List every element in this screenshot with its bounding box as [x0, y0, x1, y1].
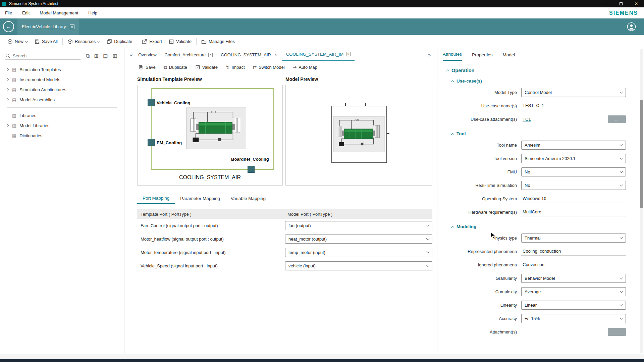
granularity-select[interactable]: Behavior Model [521, 274, 626, 283]
use-case-attachment-browse-button[interactable]: ... [608, 115, 626, 123]
section-tool[interactable]: Tool [451, 131, 644, 136]
duplicate-button[interactable]: Duplicate [103, 37, 136, 46]
menu-edit[interactable]: Edit [17, 7, 35, 18]
tool-name-select[interactable]: Amesim [521, 141, 626, 150]
scrollbar-thumb[interactable] [640, 100, 643, 208]
sidebar-item-dictionaries[interactable]: ▦ Dictionaries [0, 131, 124, 141]
search-field[interactable] [5, 52, 80, 60]
template-preview-canvas[interactable]: Vehicle_Cooling EM_Cooling Boardnet_Cool… [137, 85, 283, 186]
sidebar-item-simulation-templates[interactable]: ▤ Simulation Templates [0, 64, 124, 74]
model-port-select[interactable]: fan (output) [285, 221, 432, 230]
model-port-select[interactable]: temp_motor (input) [285, 248, 432, 257]
save-all-button[interactable]: Save All [31, 37, 61, 46]
validate-button[interactable]: Validate [195, 65, 218, 70]
save-icon [35, 39, 40, 44]
tab-port-mapping[interactable]: Port Mapping [137, 193, 175, 204]
sidebar-item-simulation-architectures[interactable]: ▤ Simulation Architectures [0, 85, 124, 95]
tab-close-icon[interactable]: ✕ [346, 52, 351, 56]
operating-system-input[interactable]: Windows 10 [521, 195, 626, 203]
search-input[interactable] [13, 53, 73, 58]
port-square-vehicle-cooling[interactable] [148, 99, 155, 106]
sidebar-divider [7, 107, 117, 108]
new-view-icon[interactable]: ⊞ [94, 53, 99, 59]
manage-files-button[interactable]: Manage Files [198, 37, 238, 46]
back-button[interactable]: ← [3, 21, 14, 32]
tab-cooling-system-air-im[interactable]: COOLING_SYSTEM_AIR_IM ✕ [282, 48, 355, 61]
expander-chevron-icon[interactable] [6, 98, 9, 101]
new-button[interactable]: New [4, 37, 31, 46]
tab-properties[interactable]: Properties [472, 48, 493, 61]
complexity-select[interactable]: Average [521, 287, 626, 296]
switch-model-button[interactable]: ⇄ Switch Model [253, 65, 285, 70]
expander-chevron-icon[interactable] [6, 68, 9, 71]
resources-button[interactable]: Resources [64, 37, 103, 46]
profile-button[interactable] [627, 22, 636, 31]
hardware-requirements-input[interactable]: MultiCore [521, 208, 626, 216]
sidebar-item-model-libraries[interactable]: ▥ Model Libraries [0, 120, 124, 131]
expander-chevron-icon[interactable] [6, 88, 9, 91]
sidebar-item-model-assemblies[interactable]: ▤ Model Assemblies [0, 95, 124, 105]
accuracy-select[interactable]: +/- 15% [521, 314, 626, 323]
tab-comfort-architecture[interactable]: Comfort_Architecture ✕ [161, 48, 217, 61]
tab-overflow-icon[interactable]: » [426, 52, 432, 58]
vertical-scrollbar[interactable] [640, 49, 643, 353]
represented-phenomena-input[interactable]: Cooling, conduction [521, 247, 626, 256]
model-type-select[interactable]: Control Model [521, 88, 626, 97]
attachments-input[interactable] [521, 328, 608, 336]
chevron-down-icon [620, 276, 623, 279]
save-button[interactable]: Save [139, 65, 156, 70]
menu-model-management[interactable]: Model Management [35, 7, 83, 18]
menu-file[interactable]: File [0, 7, 17, 18]
chevron-down-icon[interactable] [97, 39, 101, 43]
use-case-name-input[interactable]: TEST_C_1 [521, 102, 626, 110]
export-button[interactable]: Export [139, 37, 165, 46]
tab-model[interactable]: Model [503, 48, 515, 61]
ignored-phenomena-input[interactable]: Convection [521, 261, 626, 269]
use-case-attachment-link[interactable]: TC1 [521, 117, 531, 122]
workspace-tab[interactable]: ElectricVehicle_Library ✕ [17, 18, 79, 35]
tab-close-icon[interactable]: ✕ [274, 53, 278, 57]
toolbar-separator [137, 38, 137, 45]
tab-close-icon[interactable]: ✕ [208, 53, 213, 57]
layout-view-icon[interactable]: ▦ [112, 53, 117, 59]
validate-button[interactable]: Validate [165, 37, 195, 46]
grid-view-icon[interactable]: ▤ [103, 53, 108, 59]
auto-map-button[interactable]: ⇝ Auto Map [293, 65, 317, 70]
section-modeling[interactable]: Modeling [451, 224, 644, 229]
attachments-browse-button[interactable]: ... [608, 328, 626, 336]
workspace-tab-close-icon[interactable]: ✕ [70, 24, 74, 29]
section-use-cases[interactable]: Use-case(s) [451, 79, 644, 84]
window-restore-button[interactable] [613, 0, 629, 7]
tool-version-select[interactable]: Simcenter Amesim 2020.1 [521, 154, 626, 163]
real-time-simulation-select[interactable]: No [521, 181, 626, 190]
model-preview-canvas[interactable] [285, 85, 432, 186]
tab-overview[interactable]: Overview [134, 48, 160, 61]
tab-parameter-mapping[interactable]: Parameter Mapping [175, 193, 225, 204]
tab-cooling-system-air[interactable]: COOLING_SYSTEM_AIR ✕ [217, 48, 282, 61]
tab-attributes[interactable]: Attributes [443, 48, 462, 61]
port-square-boardnet-cooling[interactable] [248, 166, 255, 173]
port-square-em-cooling[interactable] [148, 139, 155, 146]
linearity-select[interactable]: Linear [521, 301, 626, 310]
impact-button[interactable]: ↯ Impact [226, 65, 245, 70]
sidebar-item-instrumented-models[interactable]: ▤ Instrumented Models [0, 74, 124, 85]
model-port-select[interactable]: vehicle (input) [285, 261, 432, 270]
expander-chevron-icon[interactable] [6, 124, 9, 127]
diagram-caption: COOLING_SYSTEM_AIR [138, 174, 282, 180]
views-icon[interactable]: ⧉ [86, 53, 90, 59]
field-attachments: Attachment(s) ... [437, 325, 644, 339]
section-operation[interactable]: Operation [446, 68, 644, 73]
fmu-select[interactable]: No [521, 167, 626, 176]
tab-variable-mapping[interactable]: Variable Mapping [225, 193, 271, 204]
menu-help[interactable]: Help [83, 7, 102, 18]
sidebar-item-libraries[interactable]: ▥ Libraries [0, 110, 124, 120]
window-minimize-button[interactable]: – [598, 0, 613, 7]
model-port-select[interactable]: heat_motor (output) [285, 235, 432, 244]
physics-type-select[interactable]: Thermal [521, 234, 626, 243]
collapse-tabs-icon[interactable]: « [128, 52, 134, 58]
workspace-bar: ← ElectricVehicle_Library ✕ [0, 18, 644, 35]
window-close-button[interactable]: ✕ [629, 0, 644, 7]
expander-chevron-icon[interactable] [6, 78, 9, 81]
chevron-down-icon[interactable] [25, 39, 29, 43]
duplicate-button[interactable]: ⧉ Duplicate [164, 65, 187, 70]
